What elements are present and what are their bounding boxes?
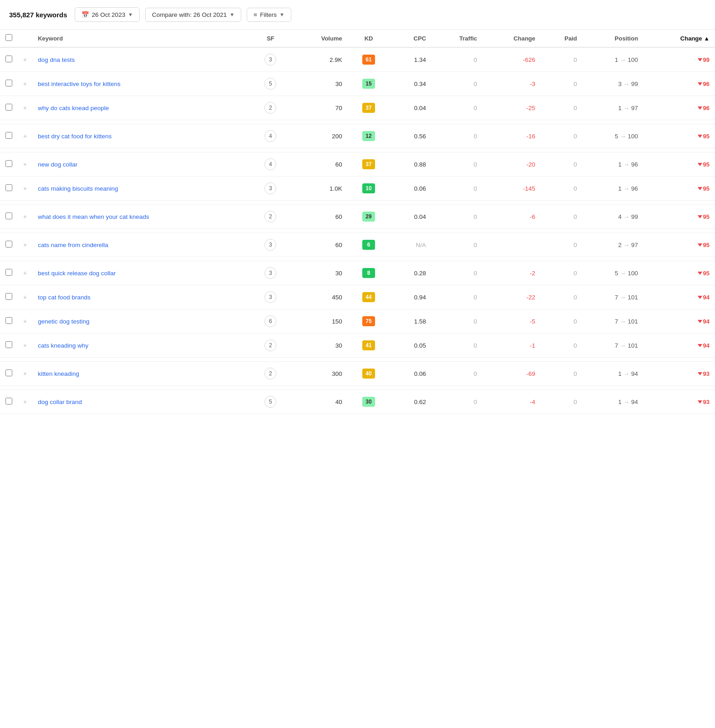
change-pos-cell: 93 <box>644 362 715 386</box>
kd-cell: 8 <box>348 261 390 285</box>
cpc-cell: 0.34 <box>390 72 431 96</box>
paid-cell: 0 <box>541 362 583 386</box>
keyword-cell[interactable]: cats name from cinderella <box>32 233 250 257</box>
traffic-cell: 0 <box>431 124 482 148</box>
expand-row-button[interactable]: + <box>18 72 32 96</box>
expand-row-button[interactable]: + <box>18 261 32 285</box>
cpc-cell: 0.04 <box>390 96 431 120</box>
filter-button[interactable]: ≡ Filters ▼ <box>247 8 291 22</box>
chevron-down-icon: ▼ <box>128 12 133 17</box>
row-checkbox[interactable] <box>5 317 12 324</box>
traffic-cell: 0 <box>431 390 482 414</box>
header-change-pos[interactable]: Change ▲ <box>644 30 715 47</box>
traffic-cell: 0 <box>431 261 482 285</box>
change-pos-cell: 95 <box>644 205 715 229</box>
chevron-down-icon: ▼ <box>229 12 234 17</box>
row-checkbox[interactable] <box>5 241 12 248</box>
keyword-cell[interactable]: best interactive toys for kittens <box>32 72 250 96</box>
keyword-cell[interactable]: why do cats knead people <box>32 96 250 120</box>
row-checkbox[interactable] <box>5 80 12 86</box>
row-checkbox[interactable] <box>5 398 12 404</box>
sf-cell: 3 <box>250 47 291 72</box>
expand-row-button[interactable]: + <box>18 362 32 386</box>
volume-cell: 60 <box>291 205 348 229</box>
volume-cell: 70 <box>291 96 348 120</box>
keyword-cell[interactable]: new dog collar <box>32 152 250 177</box>
paid-cell: 0 <box>541 309 583 334</box>
date-picker-button[interactable]: 📅 26 Oct 2023 ▼ <box>75 7 140 22</box>
expand-row-button[interactable]: + <box>18 177 32 201</box>
change-cell: -5 <box>482 309 541 334</box>
compare-button[interactable]: Compare with: 26 Oct 2021 ▼ <box>145 8 241 22</box>
expand-row-button[interactable]: + <box>18 96 32 120</box>
change-pos-cell: 93 <box>644 390 715 414</box>
table-row: +what does it mean when your cat kneads2… <box>0 205 715 229</box>
volume-cell: 60 <box>291 152 348 177</box>
position-cell: 1 → 96 <box>583 152 644 177</box>
change-pos-cell: 94 <box>644 285 715 309</box>
sf-cell: 2 <box>250 362 291 386</box>
expand-row-button[interactable]: + <box>18 334 32 358</box>
cpc-cell: 0.06 <box>390 362 431 386</box>
row-checkbox[interactable] <box>5 341 12 348</box>
keyword-cell[interactable]: genetic dog testing <box>32 309 250 334</box>
row-checkbox[interactable] <box>5 212 12 219</box>
header-plus-col <box>18 30 32 47</box>
row-checkbox[interactable] <box>5 369 12 376</box>
keywords-table-wrap: Keyword SF Volume KD CPC Traffic Change … <box>0 30 715 423</box>
position-cell: 2 → 97 <box>583 233 644 257</box>
kd-cell: 29 <box>348 205 390 229</box>
select-all-checkbox[interactable] <box>5 34 12 41</box>
expand-row-button[interactable]: + <box>18 152 32 177</box>
change-pos-cell: 99 <box>644 47 715 72</box>
expand-row-button[interactable]: + <box>18 285 32 309</box>
calendar-icon: 📅 <box>81 11 89 18</box>
change-cell: -20 <box>482 152 541 177</box>
row-checkbox[interactable] <box>5 184 12 191</box>
keyword-cell[interactable]: top cat food brands <box>32 285 250 309</box>
row-checkbox[interactable] <box>5 56 12 62</box>
paid-cell: 0 <box>541 72 583 96</box>
sf-cell: 2 <box>250 96 291 120</box>
keyword-cell[interactable]: best quick release dog collar <box>32 261 250 285</box>
keyword-cell[interactable]: dog dna tests <box>32 47 250 72</box>
cpc-cell: 0.56 <box>390 124 431 148</box>
cpc-cell: 1.34 <box>390 47 431 72</box>
expand-row-button[interactable]: + <box>18 390 32 414</box>
position-cell: 1 → 97 <box>583 96 644 120</box>
expand-row-button[interactable]: + <box>18 205 32 229</box>
change-pos-cell: 94 <box>644 334 715 358</box>
keyword-cell[interactable]: kitten kneading <box>32 362 250 386</box>
header-position[interactable]: Position <box>583 30 644 47</box>
paid-cell: 0 <box>541 285 583 309</box>
volume-cell: 30 <box>291 334 348 358</box>
volume-cell: 1.0K <box>291 177 348 201</box>
table-header-row: Keyword SF Volume KD CPC Traffic Change … <box>0 30 715 47</box>
expand-row-button[interactable]: + <box>18 47 32 72</box>
row-checkbox[interactable] <box>5 293 12 300</box>
traffic-cell: 0 <box>431 233 482 257</box>
position-cell: 3 → 99 <box>583 72 644 96</box>
paid-cell: 0 <box>541 390 583 414</box>
change-cell: -16 <box>482 124 541 148</box>
keyword-cell[interactable]: cats making biscuits meaning <box>32 177 250 201</box>
keyword-cell[interactable]: cats kneading why <box>32 334 250 358</box>
change-pos-cell: 96 <box>644 72 715 96</box>
traffic-cell: 0 <box>431 205 482 229</box>
row-checkbox[interactable] <box>5 269 12 276</box>
table-row: +new dog collar460370.880-2001 → 9695 <box>0 152 715 177</box>
table-row: +cats name from cinderella3606N/A002 → 9… <box>0 233 715 257</box>
row-checkbox[interactable] <box>5 132 12 139</box>
traffic-cell: 0 <box>431 96 482 120</box>
row-checkbox[interactable] <box>5 104 12 111</box>
kd-cell: 41 <box>348 334 390 358</box>
row-checkbox[interactable] <box>5 160 12 167</box>
expand-row-button[interactable]: + <box>18 309 32 334</box>
change-pos-cell: 95 <box>644 124 715 148</box>
expand-row-button[interactable]: + <box>18 233 32 257</box>
keyword-cell[interactable]: what does it mean when your cat kneads <box>32 205 250 229</box>
keyword-cell[interactable]: best dry cat food for kittens <box>32 124 250 148</box>
expand-row-button[interactable]: + <box>18 124 32 148</box>
position-cell: 5 → 100 <box>583 261 644 285</box>
keyword-cell[interactable]: dog collar brand <box>32 390 250 414</box>
